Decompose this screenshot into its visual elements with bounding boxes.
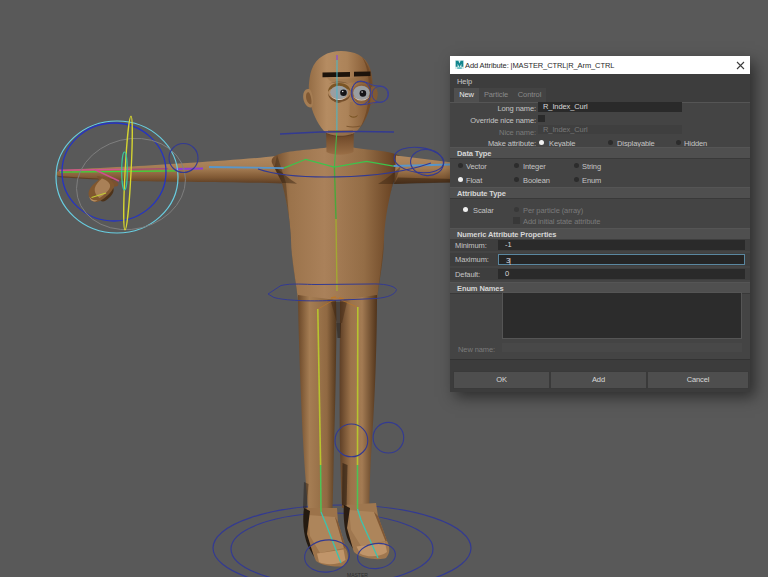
svg-text:MASTER: MASTER	[347, 572, 368, 577]
